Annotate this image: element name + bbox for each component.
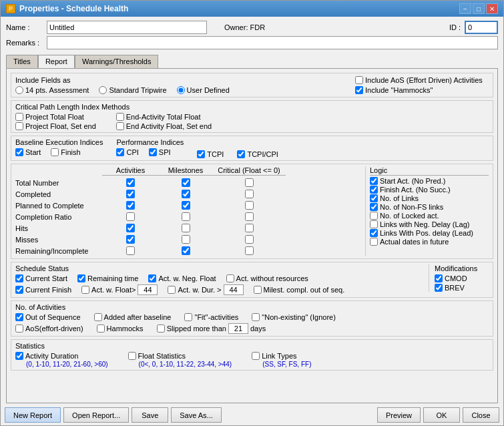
radio-14pts[interactable]: 14 pts. Assessment	[15, 86, 89, 94]
cpl-title: Critical Path Length Index Methods	[15, 103, 489, 111]
tcpi-cpi-cb[interactable]: TCPI/CPI	[237, 150, 278, 158]
include-aos-checkbox[interactable]: Include AoS (Effort Driven) Activities	[355, 76, 489, 84]
act-neg-float-cb[interactable]: Act. w. Neg. Float	[148, 274, 216, 282]
tab-report[interactable]: Report	[38, 55, 75, 68]
misses-critical-cb[interactable]	[245, 235, 254, 244]
planned-activities-cb[interactable]	[126, 201, 135, 210]
logic-header: Logic	[370, 166, 489, 176]
maximize-button[interactable]: □	[473, 3, 485, 14]
include-hammocks-checkbox[interactable]: Include "Hammocks"	[355, 86, 489, 94]
remaining-time-cb[interactable]: Remaining time	[77, 274, 138, 282]
radio-standard[interactable]: Standard Tripwire	[99, 86, 166, 94]
bottom-right-buttons: Preview OK Close	[377, 407, 499, 423]
hits-activities-cb[interactable]	[126, 224, 135, 232]
owner-label: Owner: FDR	[224, 23, 265, 31]
completed-milestones-cb[interactable]	[182, 190, 190, 198]
slipped-more-cb[interactable]: Slipped more than	[157, 325, 226, 333]
no-non-fs-cb[interactable]: No. of Non-FS links	[370, 203, 489, 211]
link-types-cb[interactable]: Link Types	[252, 352, 311, 360]
activity-duration-sub: (0, 1-10, 11-20, 21-60, >60)	[26, 361, 108, 368]
spi-cb[interactable]: SPI	[149, 148, 171, 156]
start-cb[interactable]: Start	[15, 148, 41, 156]
bottom-bar: New Report Open Report... Save Save As..…	[1, 403, 503, 425]
links-neg-delay-cb[interactable]: Links with Neg. Delay (Lag)	[370, 220, 489, 228]
cpi-cb[interactable]: CPI	[116, 148, 138, 156]
cmod-cb[interactable]: CMOD	[435, 274, 489, 282]
end-activity-float-set-end-cb[interactable]: End Activity Float, Set end	[116, 122, 212, 130]
act-w-float-cb[interactable]: Act. w. Float>	[81, 286, 136, 294]
tab-warnings[interactable]: Warnings/Thresholds	[75, 55, 159, 68]
misses-milestones-cb[interactable]	[182, 235, 190, 244]
open-report-button[interactable]: Open Report...	[63, 407, 129, 423]
preview-button[interactable]: Preview	[377, 407, 421, 423]
act-without-resources-cb[interactable]: Act. without resources	[226, 274, 308, 282]
act-w-float-input[interactable]	[138, 284, 158, 295]
start-act-cb[interactable]: Start Act. (No Pred.)	[370, 177, 489, 185]
ok-button[interactable]: OK	[423, 407, 460, 423]
current-start-cb[interactable]: Current Start	[15, 274, 67, 282]
no-links-cb[interactable]: No. of Links	[370, 194, 489, 202]
brev-cb[interactable]: BREV	[435, 284, 489, 292]
ratio-activities-cb[interactable]	[126, 212, 135, 221]
remaining-critical-cb[interactable]	[245, 246, 254, 255]
remaining-activities-cb[interactable]	[126, 246, 135, 255]
id-input[interactable]	[465, 21, 498, 34]
window-title: Properties - Schedule Health	[19, 4, 128, 13]
end-activity-total-float-cb[interactable]: End-Activity Total Float	[116, 113, 212, 121]
project-float-set-end-cb[interactable]: Project Float, Set end	[15, 122, 96, 130]
col-critical-header: Critical (Float <= 0)	[212, 166, 286, 176]
hits-milestones-cb[interactable]	[182, 224, 190, 232]
radio-user-defined[interactable]: User Defined	[177, 86, 230, 94]
act-w-dur-cb[interactable]: Act. w. Dur. >	[168, 286, 221, 294]
tab-titles[interactable]: Titles	[6, 55, 38, 68]
table-row: Completion Ratio	[15, 211, 358, 222]
completed-activities-cb[interactable]	[126, 190, 135, 198]
actual-dates-cb[interactable]: Actual dates in future	[370, 238, 489, 246]
misses-activities-cb[interactable]	[126, 235, 135, 244]
id-label: ID :	[449, 23, 461, 31]
table-row: Misses	[15, 234, 358, 245]
new-report-button[interactable]: New Report	[5, 407, 61, 423]
table-row: Remaining/Incomplete	[15, 245, 358, 256]
added-after-baseline-cb[interactable]: Added after baseline	[94, 313, 172, 321]
finish-act-cb[interactable]: Finish Act. (No Succ.)	[370, 186, 489, 194]
no-locked-cb[interactable]: No. of Locked act.	[370, 212, 489, 220]
save-as-button[interactable]: Save As...	[171, 407, 222, 423]
remaining-milestones-cb[interactable]	[182, 246, 190, 255]
hammocks-cb[interactable]: Hammocks	[97, 323, 144, 334]
float-statistics-cb[interactable]: Float Statistics	[128, 352, 232, 360]
name-input[interactable]	[47, 21, 207, 34]
baseline-title: Baseline Execution Indices	[15, 138, 103, 146]
non-existing-cb[interactable]: "Non-existing" (Ignore)	[252, 313, 336, 321]
minimize-button[interactable]: −	[459, 3, 471, 14]
close-button[interactable]: Close	[463, 407, 499, 423]
ratio-milestones-cb[interactable]	[182, 212, 190, 221]
slipped-value-input[interactable]	[228, 323, 248, 334]
float-statistics-sub: (0<, 0, 1-10, 11-22, 23-44, >44)	[139, 361, 232, 368]
name-label: Name :	[6, 23, 43, 31]
total-activities-cb[interactable]	[126, 178, 135, 187]
remarks-input[interactable]	[47, 36, 498, 49]
current-finish-cb[interactable]: Current Finish	[15, 284, 71, 295]
project-total-float-cb[interactable]: Project Total Float	[15, 113, 96, 121]
finish-cb[interactable]: Finish	[51, 148, 80, 156]
ratio-critical-cb[interactable]	[245, 212, 254, 221]
close-window-button[interactable]: ✕	[486, 3, 498, 14]
schedule-status-title: Schedule Status	[15, 264, 425, 272]
completed-critical-cb[interactable]	[245, 190, 254, 198]
aos-effort-cb[interactable]: AoS(effort-driven)	[15, 323, 83, 334]
planned-milestones-cb[interactable]	[182, 201, 190, 210]
out-of-sequence-cb[interactable]: Out of Sequence	[15, 313, 81, 321]
links-pos-delay-cb[interactable]: Links With Pos. delay (Lead)	[370, 229, 489, 237]
fit-activities-cb[interactable]: "Fit"-activities	[184, 313, 238, 321]
hits-critical-cb[interactable]	[245, 224, 254, 232]
tab-content: Include Fields as 14 pts. Assessment Sta…	[6, 68, 498, 403]
total-milestones-cb[interactable]	[182, 178, 190, 187]
planned-critical-cb[interactable]	[245, 201, 254, 210]
act-w-dur-input[interactable]	[224, 284, 244, 295]
activity-duration-cb[interactable]: Activity Duration	[15, 352, 108, 360]
total-critical-cb[interactable]	[245, 178, 254, 187]
save-button[interactable]: Save	[132, 407, 168, 423]
tcpi-cb[interactable]: TCPI	[197, 150, 224, 158]
milest-compl-cb[interactable]: Milest. compl. out of seq.	[254, 284, 345, 295]
